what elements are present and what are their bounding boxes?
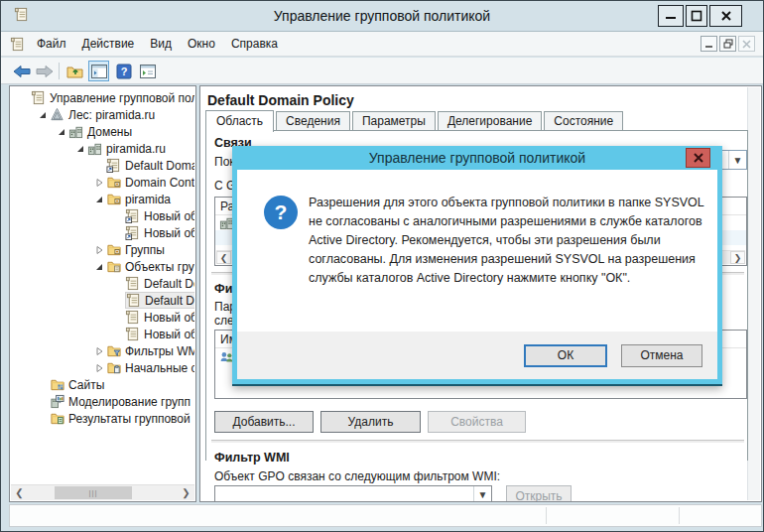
wmi-open-button[interactable]: Открыть xyxy=(506,485,572,502)
menu-help[interactable]: Справка xyxy=(223,34,286,54)
tree-item[interactable]: piramida xyxy=(11,191,194,207)
collapsed-arrow-icon[interactable] xyxy=(92,346,106,356)
up-one-level-icon[interactable] xyxy=(64,61,85,81)
scroll-left-icon[interactable]: ❮ xyxy=(11,485,28,500)
tree-item-content[interactable]: Сайты xyxy=(50,377,107,392)
properties-button[interactable]: Свойства xyxy=(428,411,526,433)
tree-item[interactable]: Новый объ xyxy=(11,326,194,342)
tree-item-label: Группы xyxy=(122,243,168,257)
tree-item-content[interactable]: Default Dom xyxy=(125,276,194,291)
scroll-left-icon[interactable]: ❮ xyxy=(216,251,231,264)
tree-item-content[interactable]: piramida xyxy=(106,192,174,206)
mdi-close-button[interactable] xyxy=(738,36,755,52)
menu-window[interactable]: Окно xyxy=(180,34,223,54)
tree-item[interactable]: Результаты групповой xyxy=(11,410,194,427)
tree-item[interactable]: piramida.ru xyxy=(11,140,194,157)
tree-item-content[interactable]: Моделирование групп xyxy=(50,394,193,409)
collapsed-arrow-icon[interactable] xyxy=(92,245,106,255)
wmi-combobox[interactable]: ▼ xyxy=(214,485,492,502)
dialog-close-icon[interactable] xyxy=(686,148,710,168)
tree-item-content[interactable]: Новый объ xyxy=(125,208,194,223)
tab-status[interactable]: Состояние xyxy=(544,111,623,131)
tree-item-content[interactable]: Domain Contro xyxy=(106,175,194,190)
gpo-icon xyxy=(126,293,142,308)
tree-item-content[interactable]: Объекты групп xyxy=(106,259,194,274)
tree-item[interactable]: Default Dom xyxy=(11,275,194,292)
tree-item-content[interactable]: Результаты групповой xyxy=(50,411,193,426)
ok-button[interactable]: ОК xyxy=(524,344,607,367)
menu-file[interactable]: Файл xyxy=(29,34,74,54)
main-vertical-scrollbar[interactable] xyxy=(747,87,760,500)
collapsed-arrow-icon[interactable] xyxy=(92,363,106,373)
dialog-title[interactable]: Управление групповой политикой xyxy=(232,146,722,170)
back-icon[interactable] xyxy=(11,61,32,81)
tree-item-content[interactable]: Новый объ xyxy=(125,310,194,325)
tree-item-label: Фильтры WMI xyxy=(122,344,194,358)
tree-item[interactable]: Фильтры WMI xyxy=(11,342,194,359)
mdi-restore-button[interactable] xyxy=(719,36,736,52)
tree-item-content[interactable]: Default Domain xyxy=(106,158,194,173)
tree-item[interactable]: Новый объ xyxy=(11,309,194,326)
maximize-button[interactable] xyxy=(686,5,707,27)
tree-item-content[interactable]: Управление групповой поли xyxy=(31,90,194,105)
tab-delegation[interactable]: Делегирование xyxy=(438,111,542,131)
tree-item[interactable]: Default Dom xyxy=(11,292,194,309)
tab-details[interactable]: Сведения xyxy=(276,111,350,131)
tree-item-content[interactable]: Новый объ xyxy=(125,327,194,341)
chevron-down-icon[interactable]: ▼ xyxy=(473,486,491,502)
expanded-arrow-icon[interactable] xyxy=(73,144,87,154)
scroll-right-icon[interactable]: ❯ xyxy=(730,251,745,264)
gpmc-message-dialog: Управление групповой политикой ? Разреше… xyxy=(232,146,722,386)
tree-item[interactable]: Новый объ xyxy=(11,207,194,224)
action-pane-icon[interactable] xyxy=(137,61,158,81)
forward-icon[interactable] xyxy=(34,61,55,81)
tree-item[interactable]: Начальные объ xyxy=(11,359,194,376)
scroll-right-icon[interactable]: ❯ xyxy=(178,485,194,500)
help-icon[interactable]: ? xyxy=(113,61,134,81)
tree-item[interactable]: Управление групповой поли xyxy=(11,89,194,106)
console-tree-icon[interactable] xyxy=(88,61,109,81)
modeling-icon xyxy=(50,394,65,409)
remove-button[interactable]: Удалить xyxy=(320,411,421,433)
tree-item[interactable]: Домены xyxy=(11,123,194,140)
toolbar: ? xyxy=(1,58,763,84)
mdi-minimize-button[interactable] xyxy=(700,36,717,52)
tree-item-label: piramida xyxy=(122,193,174,206)
tree-horizontal-scrollbar[interactable]: ❮ ||| ❯ xyxy=(11,484,194,500)
tree-item-content[interactable]: Домены xyxy=(68,124,135,139)
tree-item[interactable]: Объекты групп xyxy=(11,258,194,275)
menu-view[interactable]: Вид xyxy=(142,34,180,54)
title-bar[interactable]: Управление групповой политикой xyxy=(1,1,763,31)
minimize-button[interactable] xyxy=(658,5,684,27)
expanded-arrow-icon[interactable] xyxy=(36,110,50,120)
tree-item-content[interactable]: Новый объ xyxy=(125,225,194,240)
tree-item-content[interactable]: Фильтры WMI xyxy=(106,343,194,358)
gpmc-doc-icon xyxy=(10,37,26,53)
tree-item-selected[interactable]: Default Dom xyxy=(125,292,194,309)
menu-bar: ФайлДействиеВидОкноСправка xyxy=(1,31,763,57)
chevron-down-icon[interactable]: ▼ xyxy=(728,151,746,169)
tree-item-content[interactable]: Начальные объ xyxy=(106,360,194,375)
tree-item[interactable]: Лес: piramida.ru xyxy=(11,106,194,123)
tab-settings[interactable]: Параметры xyxy=(352,111,436,131)
tree-item-content[interactable]: piramida.ru xyxy=(87,141,169,156)
menu-action[interactable]: Действие xyxy=(74,34,143,54)
tree-item[interactable]: Default Domain xyxy=(11,157,194,174)
tree-item[interactable]: Новый объ xyxy=(11,224,194,241)
tree-item[interactable]: Группы xyxy=(11,241,194,258)
tab-scope[interactable]: Область xyxy=(205,110,274,132)
expanded-arrow-icon[interactable] xyxy=(92,195,106,204)
add-button[interactable]: Добавить... xyxy=(214,411,314,433)
tree-item[interactable]: Domain Contro xyxy=(11,174,194,191)
tree-item[interactable]: Моделирование групп xyxy=(11,393,194,410)
tree-item-content[interactable]: Лес: piramida.ru xyxy=(50,107,158,122)
scrollbar-thumb[interactable]: ||| xyxy=(55,486,132,499)
cancel-button[interactable]: Отмена xyxy=(621,344,702,367)
ou-folder-icon xyxy=(106,192,122,206)
tree-item-content[interactable]: Группы xyxy=(106,242,168,257)
expanded-arrow-icon[interactable] xyxy=(55,127,68,137)
tree-item[interactable]: Сайты xyxy=(11,376,194,393)
expanded-arrow-icon[interactable] xyxy=(92,262,106,272)
close-button[interactable] xyxy=(709,5,742,27)
collapsed-arrow-icon[interactable] xyxy=(92,178,106,188)
